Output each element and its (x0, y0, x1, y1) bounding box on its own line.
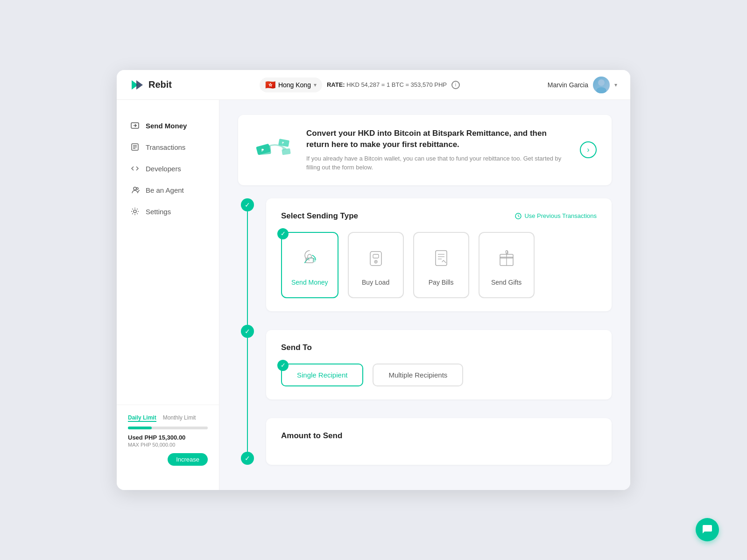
svg-point-3 (596, 87, 606, 93)
rate-text: RATE: HKD 54,287 = 1 BTC = 353,570 PHP (327, 81, 447, 88)
logo: Rebit (130, 77, 172, 92)
sidebar: Send Money Transactions (117, 100, 219, 490)
svg-point-10 (136, 188, 138, 189)
svg-rect-14 (257, 146, 271, 155)
sidebar-item-settings[interactable]: Settings (117, 201, 219, 222)
svg-rect-23 (373, 254, 379, 258)
banner-art: ₱ ₱ (253, 131, 295, 168)
sidebar-item-send-money[interactable]: Send Money (117, 115, 219, 136)
send-gifts-card-icon (493, 244, 521, 272)
country-name: Hong Kong (278, 81, 311, 89)
svg-rect-18 (282, 148, 290, 155)
sidebar-bottom: Daily Limit Monthly Limit Used PHP 15,30… (117, 405, 219, 475)
type-card-buy-load-label: Buy Load (362, 279, 389, 286)
recipient-card-multiple[interactable]: Multiple Recipients (373, 364, 463, 386)
increase-button[interactable]: Increase (168, 453, 208, 466)
svg-point-25 (375, 261, 376, 262)
section-header-amount: Amount to Send (281, 431, 597, 441)
app-window: Rebit 🇭🇰 Hong Kong ▾ RATE: HKD 54,287 = … (117, 70, 630, 490)
type-card-send-money-label: Send Money (291, 279, 328, 286)
send-money-check: ✓ (277, 228, 289, 239)
type-card-buy-load[interactable]: Buy Load (348, 232, 404, 298)
amount-to-send-section: Amount to Send (266, 418, 612, 465)
type-card-send-gifts[interactable]: Send Gifts (479, 232, 535, 298)
step-line-1 (247, 211, 248, 325)
step-2-circle: ✓ (241, 325, 254, 338)
step-line-2 (247, 338, 248, 452)
rate-pill: 🇭🇰 Hong Kong ▾ RATE: HKD 54,287 = 1 BTC … (260, 77, 460, 92)
limit-progress-bg (128, 427, 208, 429)
sidebar-label-send-money: Send Money (146, 122, 187, 130)
timeline-col: ✓ ✓ ✓ (238, 198, 257, 465)
sidebar-label-developers: Developers (146, 165, 181, 173)
daily-limit-tab[interactable]: Daily Limit (128, 414, 156, 422)
sidebar-label-settings: Settings (146, 208, 171, 216)
type-cards: ✓ (281, 232, 597, 298)
sidebar-label-transactions: Transactions (146, 143, 185, 151)
buy-load-card-icon (362, 244, 390, 272)
user-avatar (593, 77, 610, 93)
send-to-title: Send To (281, 343, 312, 352)
header: Rebit 🇭🇰 Hong Kong ▾ RATE: HKD 54,287 = … (117, 70, 630, 100)
user-chevron-icon: ▾ (614, 82, 617, 88)
country-selector[interactable]: 🇭🇰 Hong Kong ▾ (260, 77, 322, 92)
pay-bills-card-icon (427, 244, 455, 272)
country-chevron-icon: ▾ (314, 82, 317, 88)
type-card-pay-bills[interactable]: Pay Bills (413, 232, 469, 298)
svg-marker-1 (136, 80, 143, 90)
send-money-icon (130, 120, 140, 131)
step-3-circle: ✓ (241, 452, 254, 465)
amount-to-send-title: Amount to Send (281, 431, 342, 441)
svg-rect-26 (436, 251, 447, 266)
sidebar-label-be-agent: Be an Agent (146, 186, 184, 194)
banner-text: Convert your HKD into Bitcoin at Bitspar… (306, 128, 569, 172)
country-flag: 🇭🇰 (265, 80, 275, 90)
sidebar-item-transactions[interactable]: Transactions (117, 136, 219, 158)
select-sending-type-section: Select Sending Type Use Previous Transac… (266, 198, 612, 311)
logo-icon (130, 77, 145, 92)
send-to-section: Send To ✓ Single Recipient Multiple Reci… (266, 330, 612, 399)
user-name: Marvin Garcia (548, 81, 588, 89)
section-header-send-to: Send To (281, 343, 597, 352)
section-header-sending-type: Select Sending Type Use Previous Transac… (281, 211, 597, 221)
single-recipient-check: ✓ (277, 360, 289, 371)
recipient-card-single[interactable]: ✓ Single Recipient (281, 364, 363, 386)
svg-rect-20 (306, 258, 313, 263)
limit-tabs: Daily Limit Monthly Limit (128, 414, 208, 422)
rate-info-icon[interactable]: i (451, 81, 460, 89)
banner-arrow-button[interactable]: › (580, 141, 597, 158)
single-recipient-label: Single Recipient (297, 371, 347, 379)
nav-items: Send Money Transactions (117, 115, 219, 405)
limit-progress-fill (128, 427, 152, 429)
banner: ₱ ₱ Convert your HKD into Bitcoin at Bit… (238, 115, 612, 185)
svg-point-9 (134, 187, 136, 190)
recipient-cards: ✓ Single Recipient Multiple Recipients (281, 364, 597, 386)
svg-text:₱: ₱ (261, 148, 264, 153)
banner-body: If you already have a Bitcoin wallet, yo… (306, 154, 569, 172)
app-name: Rebit (148, 79, 172, 90)
sidebar-item-be-agent[interactable]: Be an Agent (117, 179, 219, 201)
send-money-card-icon (296, 244, 324, 272)
transactions-icon (130, 142, 140, 152)
type-card-send-money[interactable]: ✓ (281, 232, 338, 298)
body: Send Money Transactions (117, 100, 630, 490)
multiple-recipients-label: Multiple Recipients (388, 371, 447, 379)
type-card-send-gifts-label: Send Gifts (491, 279, 521, 286)
user-info[interactable]: Marvin Garcia ▾ (548, 77, 617, 93)
main-content: ₱ ₱ Convert your HKD into Bitcoin at Bit… (219, 100, 630, 490)
developers-icon (130, 163, 140, 174)
chat-button[interactable] (696, 518, 719, 541)
svg-point-21 (313, 259, 316, 262)
use-previous-button[interactable]: Use Previous Transactions (515, 212, 597, 219)
monthly-limit-tab[interactable]: Monthly Limit (163, 414, 196, 422)
limit-used: Used PHP 15,300.00 (128, 434, 208, 441)
step-1-circle: ✓ (241, 198, 254, 211)
sections-col: Select Sending Type Use Previous Transac… (266, 198, 612, 465)
limit-max: MAX PHP 50,000.00 (128, 442, 208, 448)
agent-icon (130, 185, 140, 195)
sidebar-item-developers[interactable]: Developers (117, 158, 219, 179)
timeline: ✓ ✓ ✓ Select Sending Type Use Previous T… (238, 198, 612, 465)
settings-icon (130, 206, 140, 217)
type-card-pay-bills-label: Pay Bills (429, 279, 454, 286)
banner-title: Convert your HKD into Bitcoin at Bitspar… (306, 128, 569, 150)
